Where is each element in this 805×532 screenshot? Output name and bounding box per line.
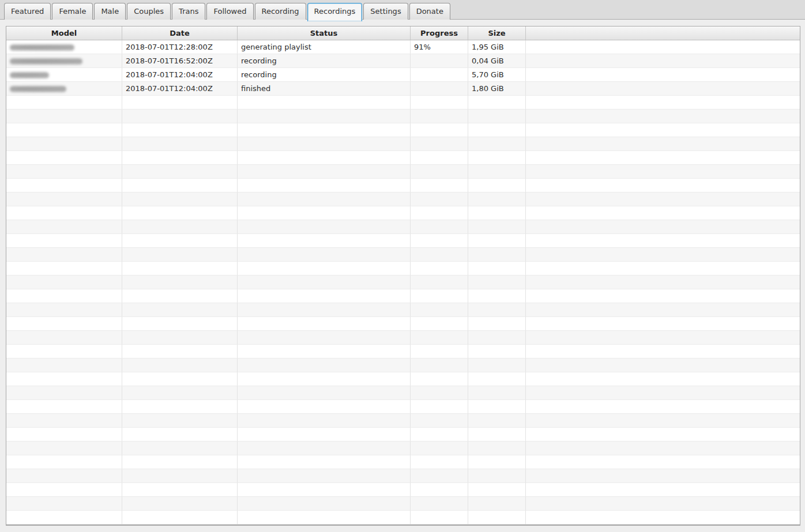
empty-cell [468,220,526,234]
empty-cell [238,428,411,442]
empty-cell [238,206,411,220]
empty-cell [122,179,238,193]
empty-cell [122,386,238,400]
empty-row [6,123,800,137]
empty-cell [411,137,468,151]
empty-cell [411,193,468,206]
tab-recordings[interactable]: Recordings [307,3,363,21]
empty-cell [468,289,526,303]
empty-cell [411,400,468,414]
empty-row [6,331,800,345]
tab-male[interactable]: Male [94,3,126,20]
column-header-status[interactable]: Status [238,27,411,40]
empty-cell [238,386,411,400]
table-row[interactable]: 2018-07-01T12:28:00Zgenerating playlist9… [6,40,800,54]
empty-row [6,372,800,386]
empty-cell [6,262,122,276]
progress-cell [411,82,468,96]
empty-cell [526,483,800,497]
empty-cell [6,151,122,165]
empty-cell [468,123,526,137]
empty-cell [122,442,238,455]
tab-featured[interactable]: Featured [4,3,51,20]
empty-row [6,206,800,220]
empty-cell [468,96,526,110]
empty-cell [238,469,411,483]
model-cell [6,40,122,54]
table-row[interactable]: 2018-07-01T12:04:00Zrecording5,70 GiB [6,68,800,82]
empty-cell [411,372,468,386]
empty-cell [411,442,468,455]
empty-cell [468,248,526,262]
model-cell [6,82,122,96]
column-header-size[interactable]: Size [468,27,526,40]
empty-cell [468,442,526,455]
empty-row [6,442,800,455]
empty-cell [468,386,526,400]
empty-cell [411,110,468,123]
empty-cell [122,331,238,345]
table-row[interactable]: 2018-07-01T12:04:00Zfinished1,80 GiB [6,82,800,96]
empty-cell [468,206,526,220]
model-cell [6,68,122,82]
empty-cell [411,289,468,303]
empty-cell [122,276,238,289]
empty-cell [6,317,122,331]
empty-cell [6,428,122,442]
tab-donate[interactable]: Donate [409,3,450,20]
empty-cell [122,317,238,331]
empty-row [6,483,800,497]
empty-cell [238,96,411,110]
empty-cell [238,331,411,345]
empty-cell [6,386,122,400]
model-name-redacted [10,44,74,51]
empty-cell [526,386,800,400]
date-cell: 2018-07-01T16:52:00Z [122,54,238,68]
table-header-row: ModelDateStatusProgressSize [6,27,800,40]
empty-cell [238,455,411,469]
tab-settings[interactable]: Settings [363,3,408,20]
tab-bar: FeaturedFemaleMaleCouplesTransFollowedRe… [0,0,805,20]
empty-cell [6,234,122,248]
empty-cell [6,96,122,110]
empty-cell [122,248,238,262]
date-cell: 2018-07-01T12:04:00Z [122,82,238,96]
empty-cell [122,165,238,179]
table-row[interactable]: 2018-07-01T16:52:00Zrecording0,04 GiB [6,54,800,68]
empty-cell [122,96,238,110]
size-cell: 0,04 GiB [468,54,526,68]
tab-followed[interactable]: Followed [206,3,253,20]
empty-cell [468,137,526,151]
empty-cell [122,359,238,372]
column-header-progress[interactable]: Progress [411,27,468,40]
column-header-filler[interactable] [526,27,800,40]
empty-cell [411,455,468,469]
tab-female[interactable]: Female [52,3,93,20]
empty-cell [526,289,800,303]
filler-cell [526,68,800,82]
empty-cell [238,359,411,372]
empty-cell [526,110,800,123]
column-header-date[interactable]: Date [122,27,238,40]
tab-couples[interactable]: Couples [127,3,171,20]
empty-cell [468,151,526,165]
tab-recording[interactable]: Recording [255,3,306,20]
empty-cell [122,262,238,276]
tab-trans[interactable]: Trans [172,3,205,20]
empty-cell [6,345,122,359]
column-header-model[interactable]: Model [6,27,122,40]
empty-cell [6,276,122,289]
empty-cell [411,497,468,511]
empty-cell [411,248,468,262]
empty-cell [526,96,800,110]
status-cell: recording [238,68,411,82]
empty-row [6,317,800,331]
empty-cell [238,123,411,137]
empty-cell [238,414,411,428]
model-name-redacted [10,86,66,92]
empty-cell [411,414,468,428]
empty-cell [468,497,526,511]
empty-cell [526,262,800,276]
empty-cell [238,137,411,151]
empty-cell [411,511,468,525]
